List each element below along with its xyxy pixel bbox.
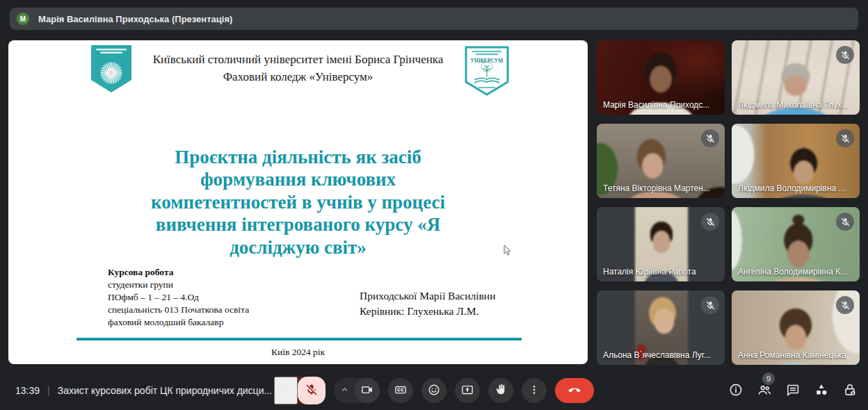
participant-name: Наталія Юріївна Рапота: [603, 267, 696, 277]
participant-name: Тетяна Вікторівна Мартен...: [603, 183, 710, 193]
shared-presentation-slide: УНІВЕРСУМ Київський столичний університе…: [8, 40, 588, 364]
three-dots-vertical-icon: [527, 383, 541, 399]
camera-control-group: [334, 378, 380, 403]
smiley-face-icon: [427, 383, 441, 399]
show-everyone-button[interactable]: 9: [756, 382, 773, 399]
participant-name: Людмила Миколаївна Глух...: [738, 100, 849, 110]
google-meet-window: M Марія Василівна Приходська (Презентаці…: [0, 0, 868, 410]
raise-hand-button[interactable]: [488, 378, 513, 403]
participant-name: Анна Романівна Камінецька: [738, 350, 846, 360]
lock-with-person-icon: [842, 382, 858, 400]
participant-tile[interactable]: Альона В`ячеславівна Луг...: [597, 290, 725, 365]
slide-divider-line: [77, 338, 522, 341]
raised-hand-icon: [494, 383, 508, 399]
mic-off-icon: [701, 129, 719, 147]
participant-name: Марія Василівна Приходс...: [603, 100, 709, 110]
participant-tile[interactable]: Людмила Миколаївна Глух...: [732, 40, 860, 115]
participant-count-badge: 9: [762, 372, 775, 385]
host-controls-button[interactable]: [842, 382, 858, 399]
mic-off-icon: [701, 213, 719, 231]
participant-name: Альона В`ячеславівна Луг...: [603, 350, 711, 360]
activities-button[interactable]: [813, 382, 830, 399]
slide-footer: Київ 2024 рік: [8, 347, 588, 358]
slide-title: Проєктна діяльність як засіб формування …: [8, 146, 588, 259]
participant-tile[interactable]: Ангеліна Володимирівна К...: [732, 207, 860, 281]
author-block: Приходської Марії Василівни Керівник: Гл…: [360, 288, 495, 320]
chevron-up-icon: [280, 384, 291, 397]
mouse-cursor-icon: [504, 245, 512, 259]
mic-off-icon: [305, 383, 319, 399]
participant-name: Ангеліна Володимирівна К...: [738, 267, 847, 277]
mic-control-group: [274, 377, 326, 404]
mic-off-icon: [701, 296, 719, 314]
phone-down-icon: [566, 382, 583, 400]
info-icon: [728, 382, 744, 400]
present-screen-button[interactable]: [455, 378, 480, 403]
videocam-icon: [360, 383, 374, 399]
call-controls: [274, 377, 594, 404]
captions-button[interactable]: [388, 378, 413, 403]
chat-button[interactable]: [785, 382, 801, 399]
chevron-up-icon: [339, 384, 350, 397]
present-screen-icon: [460, 383, 474, 399]
presenter-avatar: M: [17, 13, 29, 25]
mic-options-chevron-button[interactable]: [274, 377, 298, 404]
author-name: Приходської Марії Василівни: [360, 288, 495, 304]
meeting-control-bar: 13:39 | Захист курсових робіт ЦК природн…: [0, 371, 868, 410]
more-options-button[interactable]: [522, 378, 547, 403]
mic-off-icon: [836, 296, 854, 314]
participant-tile[interactable]: Тетяна Вікторівна Мартен...: [597, 124, 725, 198]
chat-bubble-icon: [785, 382, 801, 400]
participant-grid: Марія Василівна Приходс... Людмила Микол…: [597, 40, 860, 365]
mic-mute-button[interactable]: [298, 377, 326, 404]
panel-controls: 9: [728, 371, 858, 410]
participant-tile[interactable]: Наталія Юріївна Рапота: [597, 207, 725, 281]
participant-tile[interactable]: Марія Василівна Приходс...: [597, 40, 725, 115]
reactions-button[interactable]: [421, 378, 447, 403]
closed-captions-icon: [394, 383, 408, 399]
work-info-block: Курсова робота студентки групи ПОфмб – 1…: [108, 266, 249, 329]
shapes-icon: [814, 382, 829, 400]
presenter-label: Марія Василівна Приходська (Презентація): [38, 14, 232, 24]
college-name: Фаховий коледж «Універсум»: [92, 69, 504, 86]
supervisor-name: Керівник: Глухенька Л.М.: [360, 304, 495, 319]
mic-off-icon: [836, 46, 854, 64]
clock-time: 13:39: [15, 385, 40, 396]
participant-name: Людмила Володимирівна ...: [738, 183, 846, 193]
camera-button[interactable]: [355, 378, 380, 403]
university-header: Київський столичний університет імені Бо…: [92, 51, 504, 85]
university-name: Київський столичний університет імені Бо…: [92, 51, 504, 69]
participant-tile[interactable]: Анна Романівна Камінецька: [732, 290, 860, 365]
mic-off-icon: [836, 129, 854, 147]
participant-tile[interactable]: Людмила Володимирівна ...: [732, 124, 860, 198]
meeting-title: Захист курсових робіт ЦК природничих дис…: [58, 385, 272, 396]
camera-options-chevron-button[interactable]: [334, 378, 355, 403]
end-call-button[interactable]: [555, 378, 594, 403]
work-type: Курсова робота: [108, 266, 249, 279]
presenter-banner[interactable]: M Марія Василівна Приходська (Презентаці…: [10, 8, 858, 30]
mic-off-icon: [836, 213, 854, 231]
separator: |: [47, 385, 50, 396]
meeting-details-button[interactable]: [728, 382, 744, 399]
meeting-info: 13:39 | Захист курсових робіт ЦК природн…: [15, 371, 272, 410]
